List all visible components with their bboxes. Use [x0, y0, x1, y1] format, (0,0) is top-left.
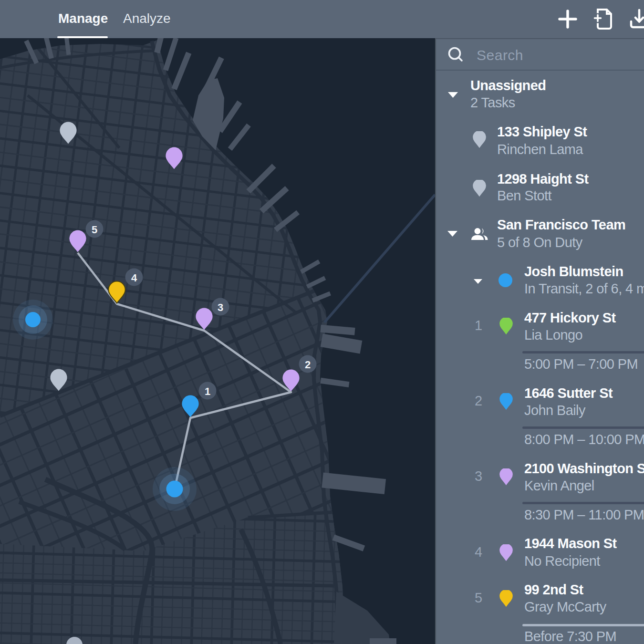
svg-text:5: 5 — [92, 224, 97, 236]
svg-text:4: 4 — [131, 272, 137, 284]
svg-text:3: 3 — [218, 301, 223, 313]
svg-text:1: 1 — [205, 385, 210, 397]
svg-text:2: 2 — [305, 359, 311, 371]
